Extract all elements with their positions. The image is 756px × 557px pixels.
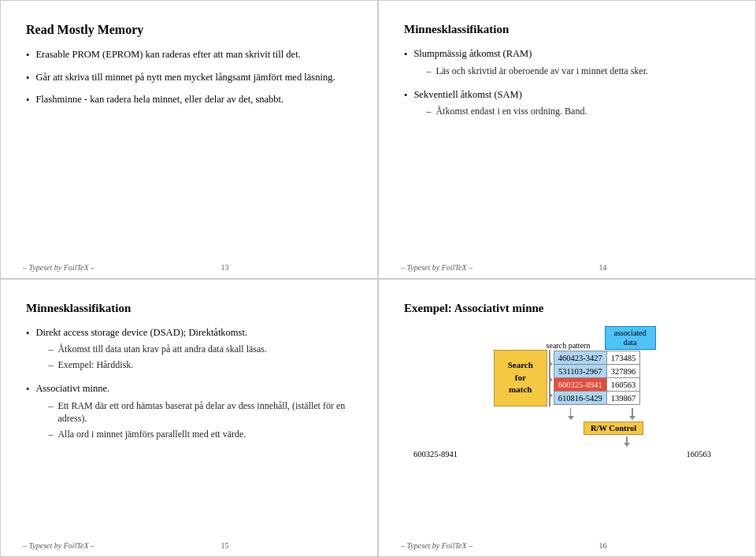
slide4-page-num: 16 [599,541,607,550]
slide1-bullets: Erasable PROM (EPROM) kan raderas efter … [26,48,352,108]
bottom-labels: 600325-8941 160563 [404,450,730,459]
slide2-bullet-1-wrap: Slumpmässig åtkomst (RAM) Läs och skrivt… [413,47,648,80]
table-cell-assoc: 160563 [606,378,640,392]
slide1-footer-left: – Typeset by FoilTeX – [23,263,94,272]
memory-table: 460423-3427173485531103-2967327896600325… [554,351,641,405]
table-cell-search: 600325-8941 [554,378,606,392]
main-diagram-row: Searchformatch 460423-3427173485531103-2… [494,350,641,407]
slide2-sub-2: Åtkomst endast i en viss ordning. Band. [413,105,587,117]
header-associated: associateddata [605,326,656,350]
slide2-sub-1-item-1: Läs och skrivtid är oberoende av var i m… [426,65,648,77]
slide2-sub-2-item-1: Åtkomst endast i en viss ordning. Band. [426,105,587,117]
slide-1: Read Mostly Memory Erasable PROM (EPROM)… [0,0,378,279]
slide3-page-num: 15 [221,541,229,550]
slide3-sub-1-item-1: Åtkomst till data utan krav på att andra… [48,343,267,355]
slide3-sub-2: Ett RAM där ett ord hämtas baserat på de… [35,399,352,441]
table-row: 610816-5429139867 [554,392,640,405]
slide1-bullet-2-text: Går att skriva till minnet på nytt men m… [35,71,335,85]
table-row: 600325-8941160563 [554,378,640,392]
slide2-bullet-1: Slumpmässig åtkomst (RAM) Läs och skrivt… [404,47,730,80]
table-cell-search: 610816-5429 [554,392,606,405]
slide4-footer-left: – Typeset by FoilTeX – [401,541,472,550]
slide3-sub-2-item-1: Ett RAM där ett ord hämtas baserat på de… [48,399,352,425]
slide3-bullet-1-wrap: Direkt access storage device (DSAD); Dir… [35,326,267,375]
assoc-diagram: search pattern associateddata Searchform… [404,326,730,459]
table-row: 531103-2967327896 [554,365,640,378]
slide1-bullet-3: Flashminne - kan radera hela minnet, ell… [26,93,352,108]
bottom-right-label: 160563 [687,450,718,459]
search-box: Searchformatch [494,350,547,407]
slide2-bullet-2: Sekventiell åtkomst (SAM) Åtkomst endast… [404,88,730,121]
table-cell-search: 460423-3427 [554,351,606,365]
bottom-left-label: 600325-8941 [407,450,687,459]
rw-control-box: R/W Control [584,421,643,435]
slide3-sub-2-item-2: Alla ord i minnet jämförs parallellt med… [48,428,352,440]
slide1-footer: – Typeset by FoilTeX – 13 [1,263,377,272]
slide2-footer-left: – Typeset by FoilTeX – [401,263,472,272]
slide2-page-num: 14 [599,263,607,272]
slide3-footer-left: – Typeset by FoilTeX – [23,541,94,550]
slide2-bullet-1-text: Slumpmässig åtkomst (RAM) [413,48,532,59]
slide1-bullet-2: Går att skriva till minnet på nytt men m… [26,71,352,86]
slide-3: Minnesklassifikation Direkt access stora… [0,279,378,558]
slide3-title: Minnesklassifikation [26,302,352,315]
slide3-sub-1: Åtkomst till data utan krav på att andra… [35,343,267,371]
slide3-bullet-2-text: Associativt minne. [35,383,109,394]
slide-4: Exempel: Associativt minne search patter… [378,279,756,558]
slide2-bullets: Slumpmässig åtkomst (RAM) Läs och skrivt… [404,47,730,121]
slide2-bullet-2-wrap: Sekventiell åtkomst (SAM) Åtkomst endast… [413,88,587,121]
slide3-footer: – Typeset by FoilTeX – 15 [1,541,377,550]
page-container: Read Mostly Memory Erasable PROM (EPROM)… [0,0,756,557]
slide1-title: Read Mostly Memory [26,23,352,37]
connector [547,350,552,407]
slide2-bullet-2-text: Sekventiell åtkomst (SAM) [413,89,522,100]
table-cell-assoc: 173485 [606,351,640,365]
slide3-bullets: Direkt access storage device (DSAD); Dir… [26,326,352,444]
slide4-footer: – Typeset by FoilTeX – 16 [379,541,755,550]
slide1-bullet-3-text: Flashminne - kan radera hela minnet, ell… [35,93,284,107]
slide2-title: Minnesklassifikation [404,23,730,36]
slide2-sub-1-text: Läs och skrivtid är oberoende av var i m… [435,65,648,77]
table-row: 460423-3427173485 [554,351,640,365]
table-cell-assoc: 327896 [606,365,640,378]
slide3-bullet-2-wrap: Associativt minne. Ett RAM där ett ord h… [35,382,352,444]
slide3-bullet-1: Direkt access storage device (DSAD); Dir… [26,326,352,375]
slide2-sub-2-text: Åtkomst endast i en viss ordning. Band. [435,105,587,117]
slide3-bullet-1-text: Direkt access storage device (DSAD); Dir… [35,327,247,338]
slide4-title: Exempel: Associativt minne [404,302,730,315]
slide-2: Minnesklassifikation Slumpmässig åtkomst… [378,0,756,279]
rw-control-row: R/W Control [584,421,643,435]
slide1-bullet-1: Erasable PROM (EPROM) kan raderas efter … [26,48,352,63]
table-cell-assoc: 139867 [606,392,640,405]
rw-arrow [624,436,630,447]
slide3-bullet-2: Associativt minne. Ett RAM där ett ord h… [26,382,352,444]
header-search: search pattern [532,341,605,350]
slide2-footer: – Typeset by FoilTeX – 14 [379,263,755,272]
slide1-bullet-1-text: Erasable PROM (EPROM) kan raderas efter … [35,48,300,62]
slide1-page-num: 13 [221,263,229,272]
slide3-sub-1-item-2: Exempel: Hårddisk. [48,358,267,371]
down-arrows [535,408,658,420]
slide2-sub-1: Läs och skrivtid är oberoende av var i m… [413,65,648,77]
table-cell-search: 531103-2967 [554,365,606,378]
